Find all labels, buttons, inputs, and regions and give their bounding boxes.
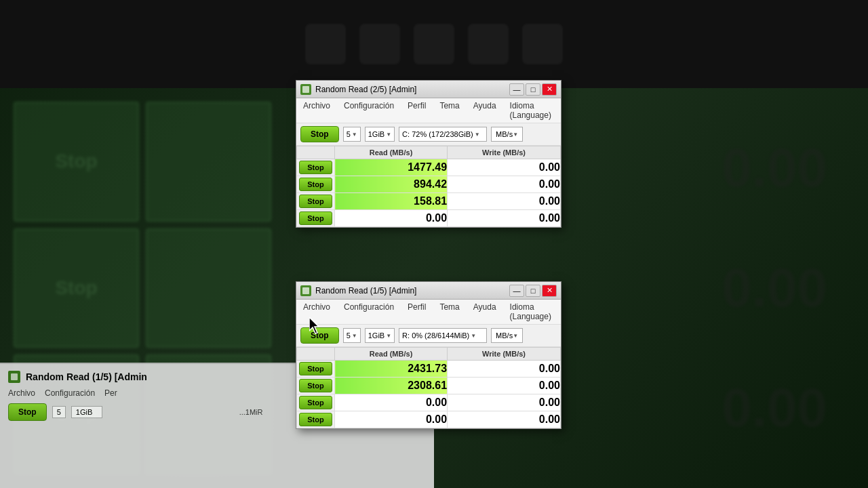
cdm-toolbar-2: Stop 5 ▼ 1GiB ▼ R: 0% (28/6144MiB) ▼ MB/… <box>296 325 561 347</box>
cdm-stop-btn-2-3[interactable]: Stop <box>299 413 332 426</box>
cdm-window-2-5: Random Read (2/5) [Admin] — □ ✕ Archivo … <box>296 80 561 228</box>
cdm-menu-idioma-1[interactable]: Idioma (Language) <box>506 100 558 121</box>
cdm-menu-perfil-2[interactable]: Perfil <box>403 301 430 323</box>
taskbar-size[interactable]: 1GiB <box>71 406 102 418</box>
cdm-write-1-1: 0.00 <box>448 176 561 193</box>
cdm-menu-archivo-2[interactable]: Archivo <box>299 301 334 323</box>
cdm-window-1-5: Random Read (1/5) [Admin] — □ ✕ Archivo … <box>296 281 561 429</box>
cdm-minimize-2[interactable]: — <box>509 285 524 297</box>
bg-stop-empty-1 <box>146 102 271 222</box>
cdm-menu-perfil-1[interactable]: Perfil <box>403 100 430 121</box>
cdm-count-arrow-2: ▼ <box>352 333 357 339</box>
cdm-write-2-0: 0.00 <box>448 361 561 378</box>
cdm-size-val-2: 1GiB <box>368 331 384 340</box>
cdm-close-2[interactable]: ✕ <box>542 285 557 297</box>
cdm-start-btn-1[interactable]: Stop <box>300 126 339 142</box>
cdm-read-1-1: 894.42 <box>335 176 448 193</box>
cdm-menu-tema-2[interactable]: Tema <box>435 301 463 323</box>
cdm-toolbar-1: Stop 5 ▼ 1GiB ▼ C: 72% (172/238GiB) ▼ MB… <box>296 123 561 146</box>
cdm-stop-cell-1-0: Stop <box>297 159 335 176</box>
bg-value-3: 0.00 <box>722 377 827 439</box>
cdm-icon-inner-2 <box>302 287 309 294</box>
cdm-menu-archivo-1[interactable]: Archivo <box>299 100 334 121</box>
cdm-maximize-2[interactable]: □ <box>526 285 540 297</box>
cdm-read-1-2: 158.81 <box>335 193 448 210</box>
cdm-count-1[interactable]: 5 ▼ <box>343 127 361 142</box>
taskbar-stop-button[interactable]: Stop <box>8 403 47 421</box>
cdm-drive-val-1: C: 72% (172/238GiB) <box>402 130 473 138</box>
cdm-read-2-1: 2308.61 <box>335 378 448 394</box>
cdm-app-icon-2 <box>300 285 311 296</box>
cdm-close-1[interactable]: ✕ <box>542 83 557 96</box>
table-row: Stop 0.00 0.00 <box>297 411 561 428</box>
cdm-count-arrow-1: ▼ <box>352 131 357 138</box>
cdm-size-val-1: 1GiB <box>368 130 384 138</box>
cdm-menubar-1: Archivo Configuración Perfil Tema Ayuda … <box>296 98 561 123</box>
cdm-menu-config-1[interactable]: Configuración <box>340 100 398 121</box>
desktop-icon-videos <box>359 24 400 64</box>
cdm-icon-inner-1 <box>302 86 309 93</box>
cdm-stop-btn-1-1[interactable]: Stop <box>299 178 332 191</box>
bg-stop-1: Stop <box>14 102 139 222</box>
table-row: Stop 0.00 0.00 <box>297 210 561 227</box>
cdm-controls-2: — □ ✕ <box>509 285 557 297</box>
cdm-drive-arrow-1: ▼ <box>475 131 480 138</box>
cdm-size-1[interactable]: 1GiB ▼ <box>365 127 395 142</box>
bg-stop-empty-2 <box>146 228 271 348</box>
cdm-size-2[interactable]: 1GiB ▼ <box>365 328 395 343</box>
cdm-read-2-0: 2431.73 <box>335 361 448 378</box>
table-row: Stop 158.81 0.00 <box>297 193 561 210</box>
table-row: Stop 2308.61 0.00 <box>297 378 561 394</box>
cdm-stop-btn-2-0[interactable]: Stop <box>299 362 332 375</box>
cdm-title-1: Random Read (2/5) [Admin] <box>315 85 509 94</box>
cdm-menu-idioma-2[interactable]: Idioma (Language) <box>506 301 558 323</box>
cdm-stop-cell-1-3: Stop <box>297 210 335 227</box>
cdm-read-1-0: 1477.49 <box>335 159 448 176</box>
cdm-read-1-3: 0.00 <box>335 210 448 227</box>
cdm-menu-config-2[interactable]: Configuración <box>340 301 398 323</box>
cdm-count-val-2: 5 <box>347 331 351 340</box>
cdm-count-val-1: 5 <box>347 130 351 138</box>
taskbar-menu-config[interactable]: Configuración <box>45 388 95 398</box>
cdm-stop-btn-2-2[interactable]: Stop <box>299 396 332 409</box>
cdm-th-btn-2 <box>297 348 335 361</box>
bg-row-2: Stop <box>14 228 271 348</box>
bg-stop-2: Stop <box>14 228 139 348</box>
cdm-stop-btn-1-3[interactable]: Stop <box>299 211 332 225</box>
cdm-unit-1[interactable]: MB/s ▼ <box>491 127 523 142</box>
taskbar-count[interactable]: 5 <box>52 406 66 418</box>
cdm-unit-arrow-1: ▼ <box>513 131 518 138</box>
cdm-title-2: Random Read (1/5) [Admin] <box>315 286 509 296</box>
cdm-maximize-1[interactable]: □ <box>526 83 540 96</box>
cdm-unit-2[interactable]: MB/s ▼ <box>491 328 523 343</box>
cdm-th-write-2: Write (MB/s) <box>448 348 561 361</box>
cdm-count-2[interactable]: 5 ▼ <box>343 328 361 343</box>
cdm-stop-btn-1-2[interactable]: Stop <box>299 195 332 208</box>
cdm-minimize-1[interactable]: — <box>509 83 524 96</box>
cdm-menu-ayuda-1[interactable]: Ayuda <box>469 100 500 121</box>
table-row: Stop 0.00 0.00 <box>297 394 561 411</box>
taskbar-menu-per[interactable]: Per <box>104 388 117 398</box>
cdm-stop-btn-2-1[interactable]: Stop <box>299 379 332 392</box>
cdm-drive-2[interactable]: R: 0% (28/6144MiB) ▼ <box>399 328 487 343</box>
cdm-unit-arrow-2: ▼ <box>513 333 518 339</box>
cdm-th-read-2: Read (MB/s) <box>335 348 448 361</box>
cdm-stop-cell-2-2: Stop <box>297 394 335 411</box>
cdm-table-1: Read (MB/s) Write (MB/s) Stop 1477.49 0.… <box>296 146 561 227</box>
cdm-menu-ayuda-2[interactable]: Ayuda <box>469 301 500 323</box>
cdm-titlebar-1[interactable]: Random Read (2/5) [Admin] — □ ✕ <box>296 81 561 98</box>
cdm-drive-arrow-2: ▼ <box>471 333 476 339</box>
cdm-stop-cell-2-0: Stop <box>297 361 335 378</box>
cdm-start-btn-2[interactable]: Stop <box>300 327 339 344</box>
cdm-drive-1[interactable]: C: 72% (172/238GiB) ▼ <box>399 127 487 142</box>
cdm-menu-tema-1[interactable]: Tema <box>435 100 463 121</box>
cdm-titlebar-2[interactable]: Random Read (1/5) [Admin] — □ ✕ <box>296 282 561 300</box>
cdm-write-2-2: 0.00 <box>448 394 561 411</box>
cdm-stop-btn-1-0[interactable]: Stop <box>299 161 332 174</box>
desktop-taskbar <box>0 0 868 88</box>
bg-row-1: Stop <box>14 102 271 222</box>
desktop-icon-ae <box>305 24 346 64</box>
taskbar-menu-archivo[interactable]: Archivo <box>8 388 35 398</box>
table-row: Stop 894.42 0.00 <box>297 176 561 193</box>
cdm-write-2-3: 0.00 <box>448 411 561 428</box>
